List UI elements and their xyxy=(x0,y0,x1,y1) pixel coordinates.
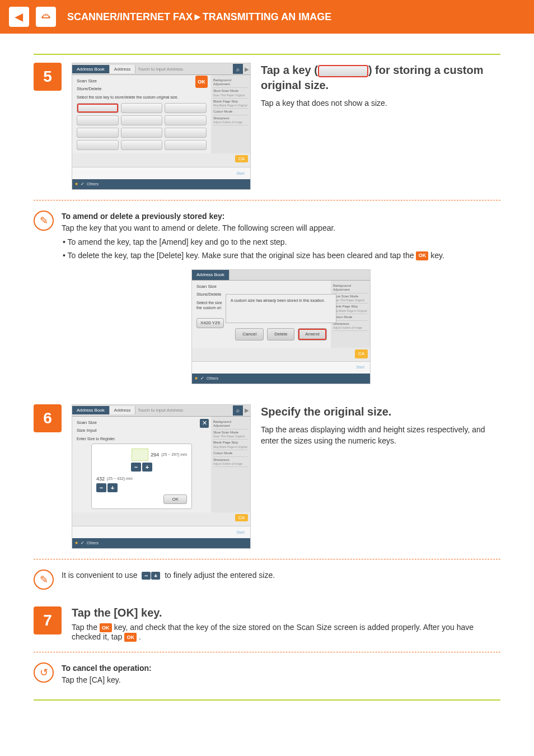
pencil-icon: ✎ xyxy=(34,211,54,231)
close-icon[interactable]: ✕ xyxy=(200,419,209,428)
dashed-divider xyxy=(34,200,500,200)
step-number-5: 5 xyxy=(34,63,62,91)
right-panel-item[interactable]: Background Adjustment xyxy=(213,77,248,88)
check-icon[interactable]: ✓ xyxy=(81,181,85,186)
size-slot[interactable] xyxy=(121,115,163,125)
divider xyxy=(34,699,500,701)
width-value[interactable]: 294 xyxy=(151,452,159,458)
header-bar: ◀ SCANNER/INTERNET FAX►TRANSMITTING AN I… xyxy=(0,0,534,34)
prev-page-icon[interactable]: ◀ xyxy=(9,7,29,27)
screen-mock-6: Address Book Address Touch to input Addr… xyxy=(72,404,251,549)
step6-title: Specify the original size. xyxy=(261,404,500,419)
right-panel-item[interactable]: Colour Mode xyxy=(213,109,248,115)
size-slot[interactable] xyxy=(121,103,163,113)
fine-adjust-note: ✎ It is convenient to use −+ to finely a… xyxy=(34,570,500,590)
panel-arrow-icon[interactable]: ▶ xyxy=(243,66,250,72)
width-range: (25 ~ 297) mm xyxy=(161,452,187,456)
dashed-divider xyxy=(34,559,500,559)
amend-li2: • To delete the key, tap the [Delete] ke… xyxy=(62,250,500,262)
tab-address[interactable]: Address xyxy=(110,406,135,414)
plus-minus-icon: −+ xyxy=(142,572,160,580)
ca-button[interactable]: CA xyxy=(355,349,368,358)
ok-button[interactable]: OK xyxy=(163,494,187,504)
mock5-line2: Store/Delete xyxy=(77,86,207,92)
cancel-button[interactable]: Cancel xyxy=(235,328,264,340)
tab-address-book[interactable]: Address Book xyxy=(192,270,229,280)
size-slot[interactable] xyxy=(77,128,119,138)
step-6: 6 Address Book Address Touch to input Ad… xyxy=(34,404,500,549)
mock5-line1: Scan Size xyxy=(77,78,207,84)
panel-arrow-icon[interactable]: ▶ xyxy=(243,407,250,413)
right-panel-item[interactable]: SharpnessAdjust Outline of Image xyxy=(213,115,248,125)
minus-button[interactable]: − xyxy=(131,463,141,472)
size-slot[interactable] xyxy=(121,128,163,138)
breadcrumb: SCANNER/INTERNET FAX►TRANSMITTING AN IMA… xyxy=(67,11,331,23)
mock5-subtitle: Select the size key to store/delete the … xyxy=(77,95,207,100)
amend-popup: A custom size has already been stored in… xyxy=(226,294,336,323)
divider xyxy=(34,54,500,55)
size-slot[interactable] xyxy=(165,140,207,150)
start-button[interactable]: Start xyxy=(236,530,245,534)
screen-mock-5: Address Book Address Touch to input Addr… xyxy=(72,63,251,190)
ok-icon: OK xyxy=(100,623,112,632)
ok-icon: OK xyxy=(124,633,137,642)
start-button[interactable]: Start xyxy=(236,171,245,175)
height-range: (25 ~ 432) mm xyxy=(107,477,133,480)
search-icon[interactable]: ⌕ xyxy=(233,64,243,74)
amend-line1: Tap the key that you want to amend or de… xyxy=(62,222,500,234)
plus-button[interactable]: + xyxy=(107,483,118,492)
star-icon[interactable]: ★ xyxy=(74,540,78,545)
scanner-icon xyxy=(36,7,56,27)
ca-button[interactable]: CA xyxy=(235,514,248,521)
ca-button[interactable]: CA xyxy=(235,155,248,162)
step-5: 5 Address Book Address Touch to input Ad… xyxy=(34,63,500,190)
check-icon[interactable]: ✓ xyxy=(200,375,204,382)
size-slot[interactable] xyxy=(121,140,163,150)
amend-heading: To amend or delete a previously stored k… xyxy=(62,212,225,221)
stored-key[interactable]: X420 Y29 xyxy=(196,318,224,328)
size-slot[interactable] xyxy=(77,140,119,150)
ok-button[interactable]: OK xyxy=(195,76,208,88)
screen-mock-amend: Address Book Scan Size Store/Delete Sele… xyxy=(191,269,371,384)
step7-title: Tap the [OK] key. xyxy=(72,606,500,619)
address-hint: Touch to input Address xyxy=(135,406,232,414)
amend-button[interactable]: Amend xyxy=(298,328,326,340)
size-slot[interactable] xyxy=(165,128,207,138)
size-slot[interactable] xyxy=(165,103,207,113)
tab-address-book[interactable]: Address Book xyxy=(72,65,110,73)
cancel-note: ↺ To cancel the operation: Tap the [CA] … xyxy=(34,662,500,686)
step5-desc: Tap a key that does not show a size. xyxy=(261,97,500,109)
blank-key-icon xyxy=(318,65,368,77)
dashed-divider xyxy=(34,652,500,652)
back-icon: ↺ xyxy=(34,662,54,683)
plus-button[interactable]: + xyxy=(142,463,152,472)
popup-msg: A custom size has already been stored in… xyxy=(231,298,331,304)
size-slot[interactable] xyxy=(77,115,119,125)
cancel-heading: To cancel the operation: xyxy=(62,664,152,673)
star-icon[interactable]: ★ xyxy=(194,375,198,382)
step7-desc: Tap the OK key, and check that the key o… xyxy=(72,623,500,642)
amend-note: ✎ To amend or delete a previously stored… xyxy=(34,211,500,384)
address-hint: Touch to input Address xyxy=(135,65,232,73)
step-number-6: 6 xyxy=(34,404,62,432)
step-number-7: 7 xyxy=(34,606,62,634)
pencil-icon: ✎ xyxy=(34,570,54,590)
search-icon[interactable]: ⌕ xyxy=(233,405,243,416)
height-value[interactable]: 432 xyxy=(96,476,105,482)
tab-address-book[interactable]: Address Book xyxy=(72,406,110,414)
start-button[interactable]: Start xyxy=(356,365,364,371)
step5-title: Tap a key () for storing a custom origin… xyxy=(261,63,500,93)
size-slot[interactable] xyxy=(77,103,119,113)
cancel-body: Tap the [CA] key. xyxy=(62,674,500,686)
others-label[interactable]: Others xyxy=(87,182,99,186)
step-7: 7 Tap the [OK] key. Tap the OK key, and … xyxy=(34,606,500,642)
ok-icon: OK xyxy=(416,251,428,260)
check-icon[interactable]: ✓ xyxy=(81,540,85,545)
right-panel-item[interactable]: Blank Page SkipSkip Blank Page in Origin… xyxy=(213,99,248,109)
size-slot[interactable] xyxy=(165,115,207,125)
delete-button[interactable]: Delete xyxy=(267,328,294,340)
tab-address[interactable]: Address xyxy=(110,65,135,73)
right-panel-item[interactable]: Slow Scan ModeScan Thin Paper Original xyxy=(213,88,248,98)
star-icon[interactable]: ★ xyxy=(74,181,78,186)
minus-button[interactable]: − xyxy=(96,483,106,492)
